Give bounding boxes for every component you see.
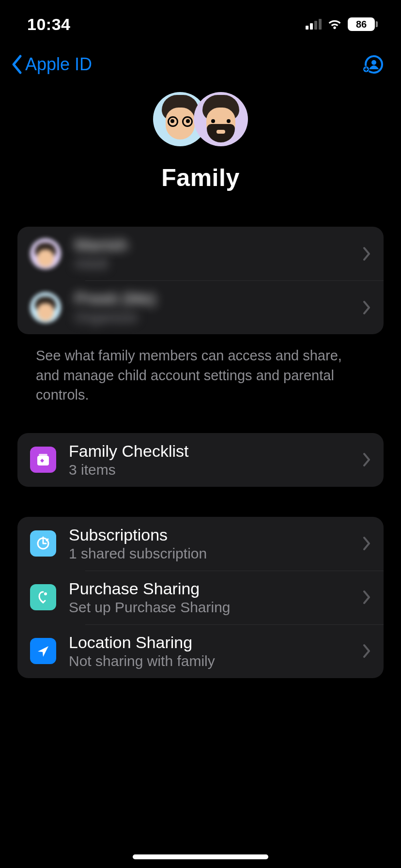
row-title: Purchase Sharing [69, 579, 231, 598]
members-caption: See what family members can access and s… [36, 346, 365, 405]
purchase-sharing-row[interactable]: Purchase Sharing Set up Purchase Sharing [17, 571, 384, 624]
checklist-icon [30, 447, 56, 473]
row-title: Subscriptions [69, 526, 207, 544]
chevron-left-icon [9, 54, 24, 75]
nav-bar: Apple ID [0, 47, 401, 81]
purchase-sharing-icon [30, 584, 56, 610]
member-row[interactable]: Manish Adult [17, 227, 384, 280]
row-title: Location Sharing [69, 633, 215, 652]
member-name: Preeti (Me) [75, 289, 156, 308]
member-role: Organizer [75, 309, 156, 326]
chevron-right-icon [362, 590, 371, 604]
back-label: Apple ID [25, 54, 92, 75]
avatar [30, 292, 61, 323]
row-subtitle: Set up Purchase Sharing [69, 599, 231, 616]
add-member-button[interactable] [361, 53, 384, 76]
chevron-right-icon [362, 300, 371, 315]
status-time: 10:34 [27, 15, 70, 34]
page-header: Family [0, 92, 401, 192]
wifi-icon [326, 18, 343, 30]
status-bar: 10:34 86 [0, 0, 401, 48]
chevron-right-icon [362, 247, 371, 261]
member-name: Manish [75, 235, 128, 254]
back-button[interactable]: Apple ID [9, 54, 92, 75]
subscriptions-row[interactable]: Subscriptions 1 shared subscription [17, 517, 384, 571]
battery-icon: 86 [348, 17, 378, 31]
row-subtitle: 3 items [69, 462, 188, 478]
home-indicator[interactable] [133, 854, 268, 859]
family-avatars [153, 92, 248, 146]
services-group: Subscriptions 1 shared subscription Purc [17, 517, 384, 678]
location-icon [30, 638, 56, 664]
checklist-group: Family Checklist 3 items [17, 433, 384, 487]
members-group: Manish Adult Preeti (Me) Organizer [17, 227, 384, 334]
avatar [30, 238, 61, 269]
row-subtitle: Not sharing with family [69, 653, 215, 669]
chevron-right-icon [362, 536, 371, 551]
page-title: Family [161, 164, 239, 192]
member-row[interactable]: Preeti (Me) Organizer [17, 280, 384, 334]
chevron-right-icon [362, 452, 371, 467]
subscriptions-icon [30, 530, 56, 557]
person-add-icon [361, 53, 384, 76]
family-checklist-row[interactable]: Family Checklist 3 items [17, 433, 384, 487]
member-role: Adult [75, 255, 128, 272]
row-title: Family Checklist [69, 442, 188, 461]
svg-point-7 [44, 592, 47, 595]
svg-rect-5 [39, 454, 47, 456]
svg-point-1 [371, 60, 376, 65]
location-sharing-row[interactable]: Location Sharing Not sharing with family [17, 624, 384, 678]
avatar-member-1 [194, 92, 248, 146]
chevron-right-icon [362, 644, 371, 658]
row-subtitle: 1 shared subscription [69, 545, 207, 562]
cellular-icon [306, 19, 322, 30]
